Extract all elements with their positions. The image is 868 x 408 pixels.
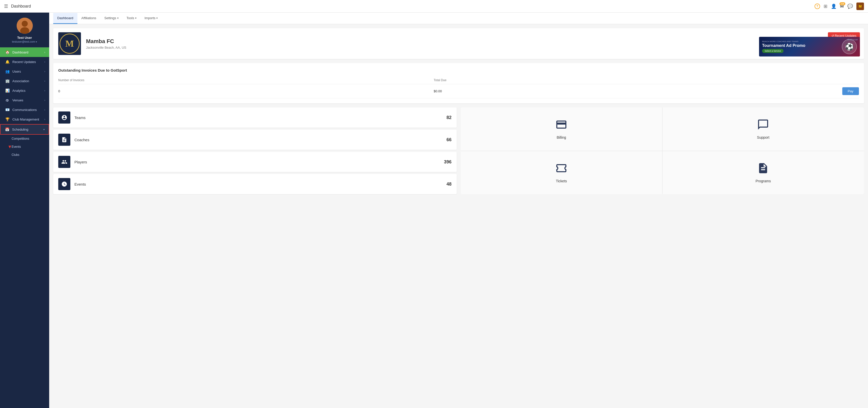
events-label: Events: [74, 182, 446, 186]
ad-select-btn[interactable]: Select a Service: [762, 49, 783, 53]
tickets-label: Tickets: [556, 179, 567, 183]
mail-icon[interactable]: ✉ 216: [840, 3, 844, 9]
players-count: 396: [444, 159, 452, 165]
tab-imports[interactable]: Imports ▾: [141, 13, 162, 24]
sidebar-item-label: Dashboard: [12, 51, 44, 54]
user-email[interactable]: testuser@test.com ▾: [4, 40, 45, 43]
chat-icon[interactable]: 💬: [847, 3, 853, 9]
stat-card-events[interactable]: Events 48: [53, 174, 457, 194]
sidebar-item-recent-updates[interactable]: 🔔 Recent Updates ›: [0, 57, 49, 67]
imports-dropdown-arrow: ▾: [156, 17, 158, 20]
nav-arrow: ›: [44, 118, 45, 121]
nav-arrow: ›: [44, 99, 45, 102]
content-area: Dashboard Affiliations Settings ▾ Tools …: [49, 12, 868, 408]
ad-big-text: Tournament Ad Promo: [762, 43, 840, 48]
club-name: Mamba FC: [86, 38, 126, 44]
sidebar-subitem-events[interactable]: Events ▼: [0, 143, 49, 151]
sidebar-nav: 🏠 Dashboard › 🔔 Recent Updates › 👥 Users…: [0, 48, 49, 408]
stat-card-coaches[interactable]: Coaches 66: [53, 130, 457, 150]
billing-label: Billing: [557, 135, 566, 139]
sidebar-item-label: Venues: [12, 98, 44, 102]
invoices-table: Number of Invoices Total Due 0 $0.00 Pay: [58, 76, 859, 98]
menu-icon[interactable]: ☰: [4, 3, 8, 9]
quick-action-tickets[interactable]: Tickets: [461, 151, 662, 194]
analytics-icon: 📊: [5, 89, 10, 93]
tab-tools[interactable]: Tools ▾: [123, 13, 141, 24]
ad-banner[interactable]: REACH MORE COACHES AND TEAMS Tournament …: [759, 37, 860, 57]
stats-grid: Teams 82 Coaches 66: [53, 107, 864, 194]
stat-card-players[interactable]: Players 396: [53, 152, 457, 172]
page-title: Dashboard: [11, 4, 814, 8]
col-invoices-header: Number of Invoices: [58, 76, 434, 84]
events-count: 48: [446, 182, 452, 187]
players-icon: [58, 156, 70, 168]
tickets-icon: [555, 162, 567, 177]
nav-arrow: ›: [44, 61, 45, 63]
nav-arrow: ›: [44, 51, 45, 54]
sidebar-item-venues[interactable]: 🏟 Venues ›: [0, 95, 49, 105]
tab-affiliations[interactable]: Affiliations: [78, 13, 100, 24]
stats-list: Teams 82 Coaches 66: [53, 107, 457, 194]
ad-soccer-badge: ⚽: [842, 39, 857, 54]
recent-updates-icon: 🔔: [5, 60, 10, 64]
sidebar-subitem-clubs[interactable]: Clubs: [0, 151, 49, 159]
quick-action-support[interactable]: Support: [662, 107, 864, 151]
sidebar: Test User testuser@test.com ▾ 🏠 Dashboar…: [0, 12, 49, 408]
sidebar-item-users[interactable]: 👥 Users ›: [0, 67, 49, 76]
ad-content: REACH MORE COACHES AND TEAMS Tournament …: [762, 40, 840, 53]
association-icon: 🏢: [5, 79, 10, 83]
tab-dashboard[interactable]: Dashboard: [53, 13, 78, 24]
sidebar-item-communications[interactable]: 📧 Communications ›: [0, 105, 49, 115]
pay-button[interactable]: Pay: [842, 87, 859, 95]
teams-icon: [58, 112, 70, 124]
sidebar-item-analytics[interactable]: 📊 Analytics ›: [0, 86, 49, 95]
dashboard-content: M Mamba FC Jacksonville Beach, AA, US ↺ …: [49, 24, 868, 408]
teams-label: Teams: [74, 116, 446, 120]
nav-arrow: ›: [44, 70, 45, 73]
competitions-label: Competitions: [11, 137, 29, 140]
ad-brand: GotSoccer: [847, 38, 858, 41]
coaches-icon: [58, 134, 70, 146]
user-icon[interactable]: 👤: [831, 3, 836, 9]
sidebar-item-label: Scheduling: [12, 128, 43, 131]
sidebar-item-dashboard[interactable]: 🏠 Dashboard ›: [0, 48, 49, 57]
invoice-row: 0 $0.00 Pay: [58, 84, 859, 98]
communications-icon: 📧: [5, 108, 10, 112]
svg-point-1: [22, 21, 28, 27]
club-header-card: M Mamba FC Jacksonville Beach, AA, US ↺ …: [53, 28, 864, 59]
club-logo: M: [58, 32, 81, 55]
quick-action-billing[interactable]: Billing: [461, 107, 662, 151]
ad-small-text: REACH MORE COACHES AND TEAMS: [762, 40, 840, 42]
dashboard-icon: 🏠: [5, 50, 10, 54]
venues-icon: 🏟: [5, 98, 10, 102]
tab-settings[interactable]: Settings ▾: [100, 13, 123, 24]
support-label: Support: [757, 135, 769, 139]
sidebar-subitem-competitions[interactable]: Competitions: [0, 135, 49, 143]
tab-bar: Dashboard Affiliations Settings ▾ Tools …: [49, 12, 868, 24]
sidebar-item-label: Recent Updates: [12, 60, 44, 64]
tools-dropdown-arrow: ▾: [135, 17, 136, 20]
sidebar-item-label: Communications: [12, 108, 44, 112]
support-icon: [757, 119, 769, 133]
user-avatar[interactable]: M: [857, 2, 864, 10]
sidebar-item-scheduling[interactable]: 📅 Scheduling ▾: [0, 124, 49, 135]
clubs-label: Clubs: [11, 153, 20, 157]
club-info: Mamba FC Jacksonville Beach, AA, US: [86, 38, 126, 50]
mail-badge: 216: [839, 2, 845, 5]
settings-dropdown-arrow: ▾: [117, 17, 119, 20]
sidebar-item-club-management[interactable]: 🏆 Club Management ›: [0, 115, 49, 124]
sidebar-user: Test User testuser@test.com ▾: [0, 12, 49, 48]
user-name: Test User: [4, 36, 45, 40]
help-icon[interactable]: ?: [814, 3, 820, 9]
main-layout: Test User testuser@test.com ▾ 🏠 Dashboar…: [0, 12, 868, 408]
sidebar-item-label: Association: [12, 79, 44, 83]
coaches-label: Coaches: [74, 138, 446, 142]
col-total-header: Total Due: [434, 76, 618, 84]
sidebar-item-association[interactable]: 🏢 Association ›: [0, 76, 49, 86]
programs-icon: [757, 162, 769, 177]
stat-card-teams[interactable]: Teams 82: [53, 107, 457, 128]
user-avatar-sidebar: [17, 18, 33, 34]
quick-action-programs[interactable]: Programs: [662, 151, 864, 194]
teams-count: 82: [446, 115, 452, 120]
grid-icon[interactable]: ⊞: [824, 3, 828, 9]
